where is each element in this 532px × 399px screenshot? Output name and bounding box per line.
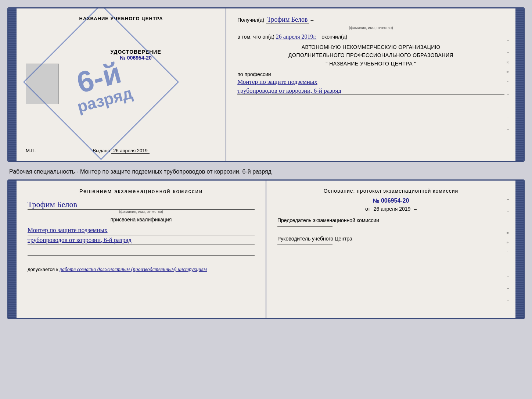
- top-left-page: НАЗВАНИЕ УЧЕБНОГО ЦЕНТРА УДОСТОВЕРЕНИЕ №…: [17, 8, 226, 161]
- page-wrapper: НАЗВАНИЕ УЧЕБНОГО ЦЕНТРА УДОСТОВЕРЕНИЕ №…: [7, 7, 525, 319]
- vydano-label: Выдано: [93, 148, 110, 153]
- rukovoditel-block: Руководитель учебного Центра: [277, 236, 504, 245]
- chairman-signature-line: [277, 226, 332, 227]
- number-value: 006954-20: [381, 197, 409, 204]
- ot-label: от: [365, 206, 370, 212]
- dopuskaetsya-value: работе согласно должностным (производств…: [60, 267, 207, 272]
- vtom-date: 26 апреля 2019г.: [276, 33, 317, 40]
- ot-date: 26 апреля 2019: [372, 206, 413, 212]
- top-right-page: Получил(a) Трофим Белов – (фамилия, имя,…: [226, 8, 515, 161]
- vydano-date-top: 26 апреля 2019: [111, 148, 150, 154]
- qualification-line1: Монтер по защите подземных: [28, 225, 255, 235]
- chairman-block: Председатель экзаменационной комиссии: [277, 217, 504, 227]
- top-certificate: НАЗВАНИЕ УЧЕБНОГО ЦЕНТРА УДОСТОВЕРЕНИЕ №…: [7, 7, 525, 162]
- mp-label: М.П.: [26, 148, 36, 153]
- fio-handwritten-top: Трофим Белов: [266, 16, 309, 24]
- blank-line-1: [28, 250, 255, 250]
- protocol-number: № 006954-20: [277, 197, 504, 204]
- photo-placeholder: [26, 64, 59, 104]
- left-texture-strip: [8, 8, 17, 161]
- caption-text: Рабочая специальность - Монтер по защите…: [7, 165, 525, 176]
- poluchil-label: Получил(a): [237, 17, 264, 23]
- right-texture-strip-top: [515, 8, 524, 161]
- rukovoditel-title: Руководитель учебного Центра: [277, 236, 504, 242]
- chairman-title: Председатель экзаменационной комиссии: [277, 217, 504, 223]
- qualification-line2: трубопроводов от коррозии, 6-й разряд: [28, 235, 255, 245]
- resheniem-title: Решением экзаменационной комиссии: [28, 188, 255, 194]
- fio-block-bottom: Трофим Белов (фамилия, имя, отчество): [28, 200, 255, 214]
- bottom-certificate: Решением экзаменационной комиссии Трофим…: [7, 179, 525, 319]
- blank-lines-bottom-left: [28, 247, 255, 261]
- left-texture-strip-bottom: [8, 181, 17, 318]
- vtom-line: в том, что он(а) 26 апреля 2019г. окончи…: [237, 33, 504, 40]
- ot-dash: –: [414, 206, 417, 212]
- osnovanie-title: Основание: протокол экзаменационной коми…: [277, 188, 504, 194]
- profession-line2-top: трубопроводов от коррозии, 6-й разряд: [237, 87, 504, 95]
- fio-handwritten-bottom: Трофим Белов: [28, 200, 255, 210]
- poluchil-line: Получил(a) Трофим Белов –: [237, 16, 504, 24]
- org-line1: АВТОНОМНУЮ НЕКОММЕРЧЕСКУЮ ОРГАНИЗАЦИЮ: [237, 43, 504, 51]
- number-label: №: [373, 197, 380, 204]
- vtom-label: в том, что он(а): [237, 34, 274, 40]
- fio-subtitle-bottom: (фамилия, имя, отчество): [28, 210, 255, 214]
- cert-number-top: № 006954-20: [110, 55, 161, 61]
- dopuskaetsya-label: допускается к: [28, 267, 58, 272]
- vydano-block: Выдано 26 апреля 2019: [93, 89, 149, 153]
- blank-line-2: [28, 255, 255, 256]
- udostoverenie-block: УДОСТОВЕРЕНИЕ № 006954-20: [110, 49, 161, 61]
- po-professii-label: по профессии: [237, 71, 504, 77]
- dash-top: –: [311, 17, 314, 23]
- blank-line-3: [28, 261, 255, 261]
- ot-line: от 26 апреля 2019 –: [277, 206, 504, 212]
- right-side-annotations: – – и а ← – – – –: [501, 8, 515, 161]
- org-block: АВТОНОМНУЮ НЕКОММЕРЧЕСКУЮ ОРГАНИЗАЦИЮ ДО…: [237, 43, 504, 68]
- bottom-left-page: Решением экзаменационной комиссии Трофим…: [17, 181, 266, 318]
- okonchil-label: окончил(а): [321, 34, 347, 40]
- prisvoena-label: присвоена квалификация: [28, 217, 255, 222]
- bottom-right-page: Основание: протокол экзаменационной коми…: [266, 181, 515, 318]
- institution-name-top: НАЗВАНИЕ УЧЕБНОГО ЦЕНТРА: [79, 16, 163, 21]
- org-line3: " НАЗВАНИЕ УЧЕБНОГО ЦЕНТРА ": [237, 60, 504, 68]
- profession-line1-top: Монтер по защите подземных: [237, 78, 504, 86]
- org-line2: ДОПОЛНИТЕЛЬНОГО ПРОФЕССИОНАЛЬНОГО ОБРАЗО…: [237, 51, 504, 59]
- dopuskaetsya-block: допускается к работе согласно должностны…: [28, 267, 255, 272]
- fio-subtitle-top: (фамилия, имя, отчество): [237, 26, 504, 30]
- rukovoditel-signature-line: [277, 245, 332, 245]
- right-texture-strip-bottom: [515, 181, 524, 318]
- udostoverenie-title: УДОСТОВЕРЕНИЕ: [110, 49, 161, 55]
- right-side-annotations-bottom: – – – и а ← – – – –: [501, 181, 515, 318]
